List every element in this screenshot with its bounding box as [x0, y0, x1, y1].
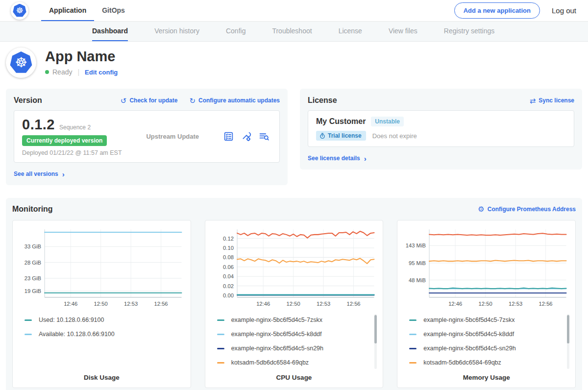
- license-card: License ⇄ Sync license My Customer Unsta…: [300, 89, 582, 170]
- chart-card-disk-usage: 12:4612:5012:5312:5633 GiB28 GiB23 GiB19…: [12, 220, 191, 388]
- memory-usage-plot: 12:4612:5012:5312:56143 MiB95 MiB48 MiB: [402, 225, 570, 310]
- see-license-details-link[interactable]: See license details ›: [308, 154, 367, 163]
- disk-usage-plot: 12:4612:5012:5312:5633 GiB28 GiB23 GiB19…: [18, 225, 186, 310]
- see-all-versions-link[interactable]: See all versions ›: [14, 170, 65, 178]
- svg-text:0.10: 0.10: [223, 245, 234, 251]
- version-source-label: Upstream Update: [122, 133, 223, 140]
- legend-item: example-nginx-5bc6f5d4c5-k8ddf: [217, 327, 378, 341]
- clock-refresh-icon: ↻: [189, 97, 196, 104]
- tab-config[interactable]: Config: [226, 22, 245, 41]
- chart-card-memory-usage: 12:4612:5012:5312:56143 MiB95 MiB48 MiBe…: [397, 220, 576, 388]
- svg-text:0.00: 0.00: [223, 292, 234, 298]
- svg-text:95 MiB: 95 MiB: [409, 260, 426, 266]
- svg-text:12:56: 12:56: [154, 301, 168, 307]
- app-sub-nav: DashboardVersion historyConfigTroublesho…: [0, 22, 588, 42]
- legend-item: example-nginx-5bc6f5d4c5-k8ddf: [409, 327, 570, 341]
- deployed-timestamp: Deployed 01/21/22 @ 11:57 am EST: [22, 149, 122, 156]
- memory-usage-legend: example-nginx-5bc6f5d4c5-7zskxexample-ng…: [409, 313, 570, 371]
- add-new-application-button[interactable]: Add a new application: [454, 2, 540, 19]
- legend-item: Used: 10.128.0.66:9100: [24, 313, 186, 327]
- trial-license-badge: Trial license: [316, 131, 366, 141]
- refresh-icon: ↺: [121, 97, 127, 104]
- chart-title-disk-usage: Disk Usage: [18, 374, 186, 381]
- legend-color-dash: [409, 362, 416, 364]
- tab-version-history[interactable]: Version history: [154, 22, 199, 41]
- tab-view-files[interactable]: View files: [389, 22, 417, 41]
- legend-item: kotsadm-5db6dc6584-69qbz: [409, 356, 570, 370]
- svg-text:0.08: 0.08: [223, 254, 234, 260]
- topnav-tabs: ApplicationGitOps: [41, 0, 133, 21]
- legend-label: example-nginx-5bc6f5d4c5-7zskx: [423, 317, 514, 323]
- svg-text:33 GiB: 33 GiB: [24, 244, 41, 249]
- gear-icon: ⚙: [478, 205, 484, 213]
- svg-text:0.12: 0.12: [223, 235, 234, 241]
- svg-text:23 GiB: 23 GiB: [24, 275, 41, 281]
- kubernetes-logo: ☸: [11, 2, 28, 20]
- sync-license-link[interactable]: ⇄ Sync license: [530, 97, 574, 104]
- license-card-title: License: [308, 96, 337, 105]
- legend-color-dash: [24, 334, 32, 335]
- divider: |: [77, 68, 79, 76]
- summary-cards-row: Version ↺ Check for update ↻ Configure a…: [0, 86, 588, 185]
- tab-dashboard[interactable]: Dashboard: [92, 22, 128, 41]
- cpu-usage-plot: 12:4612:5012:5312:560.120.100.080.060.04…: [210, 225, 378, 310]
- legend-color-dash: [217, 348, 224, 349]
- legend-scrollbar-thumb[interactable]: [567, 315, 569, 343]
- chevron-right-icon: ›: [364, 154, 367, 163]
- charts-row: 12:4612:5012:5312:5633 GiB28 GiB23 GiB19…: [12, 220, 576, 388]
- svg-text:12:50: 12:50: [94, 301, 108, 307]
- svg-text:12:50: 12:50: [286, 301, 300, 307]
- topnav-tab-application[interactable]: Application: [41, 0, 94, 21]
- tab-license[interactable]: License: [339, 22, 362, 41]
- legend-color-dash: [409, 348, 416, 349]
- legend-scrollbar-thumb[interactable]: [374, 315, 377, 343]
- logout-button[interactable]: Log out: [552, 6, 576, 15]
- kubernetes-wheel-icon: ☸: [10, 51, 32, 74]
- svg-text:28 GiB: 28 GiB: [24, 259, 41, 265]
- chart-title-cpu-usage: CPU Usage: [210, 374, 378, 381]
- chevron-right-icon: ›: [62, 170, 65, 178]
- legend-item: Available: 10.128.0.66:9100: [24, 327, 186, 341]
- svg-text:12:46: 12:46: [256, 301, 270, 307]
- svg-text:12:53: 12:53: [317, 301, 330, 307]
- current-version-box: 0.1.2 Sequence 2 Currently deployed vers…: [14, 110, 280, 163]
- topnav-tab-gitops[interactable]: GitOps: [94, 0, 133, 21]
- svg-text:12:56: 12:56: [539, 301, 553, 307]
- deploy-logs-icon[interactable]: [259, 131, 270, 142]
- svg-text:12:50: 12:50: [479, 301, 492, 307]
- svg-text:12:56: 12:56: [346, 301, 360, 307]
- svg-text:0.06: 0.06: [223, 264, 234, 269]
- tab-troubleshoot[interactable]: Troubleshoot: [272, 22, 312, 41]
- legend-color-dash: [217, 362, 224, 364]
- legend-label: kotsadm-5db6dc6584-69qbz: [231, 359, 309, 366]
- svg-text:12:46: 12:46: [64, 301, 77, 307]
- ready-status-dot: [45, 70, 49, 74]
- legend-color-dash: [24, 319, 32, 321]
- monitoring-title: Monitoring: [12, 205, 53, 214]
- legend-label: Used: 10.128.0.66:9100: [39, 317, 104, 323]
- kubernetes-wheel-icon: ☸: [13, 4, 26, 18]
- legend-color-dash: [409, 319, 416, 321]
- config-wrench-icon[interactable]: [241, 131, 251, 142]
- legend-item: example-nginx-5bc6f5d4c5-7zskx: [409, 313, 570, 327]
- configure-prometheus-link[interactable]: ⚙ Configure Prometheus Address: [478, 205, 576, 213]
- top-nav: ☸ ApplicationGitOps Add a new applicatio…: [0, 0, 588, 22]
- preflight-checks-icon[interactable]: [223, 131, 234, 142]
- version-card-title: Version: [14, 96, 42, 105]
- svg-text:0.04: 0.04: [223, 273, 234, 279]
- svg-text:12:53: 12:53: [509, 301, 522, 307]
- svg-text:12:53: 12:53: [124, 301, 138, 307]
- legend-color-dash: [217, 334, 224, 335]
- legend-label: example-nginx-5bc6f5d4c5-sn29h: [423, 345, 515, 352]
- stopwatch-icon: [319, 133, 325, 139]
- svg-text:143 MiB: 143 MiB: [406, 243, 426, 248]
- legend-label: kotsadm-5db6dc6584-69qbz: [423, 359, 501, 366]
- configure-automatic-updates-link[interactable]: ↻ Configure automatic updates: [189, 97, 280, 104]
- sync-arrows-icon: ⇄: [530, 97, 536, 104]
- svg-text:0.02: 0.02: [223, 283, 234, 289]
- check-for-update-link[interactable]: ↺ Check for update: [121, 97, 178, 104]
- app-logo: ☸: [6, 48, 36, 78]
- tab-registry-settings[interactable]: Registry settings: [444, 22, 494, 41]
- edit-config-link[interactable]: Edit config: [85, 69, 118, 76]
- legend-label: example-nginx-5bc6f5d4c5-k8ddf: [231, 331, 322, 338]
